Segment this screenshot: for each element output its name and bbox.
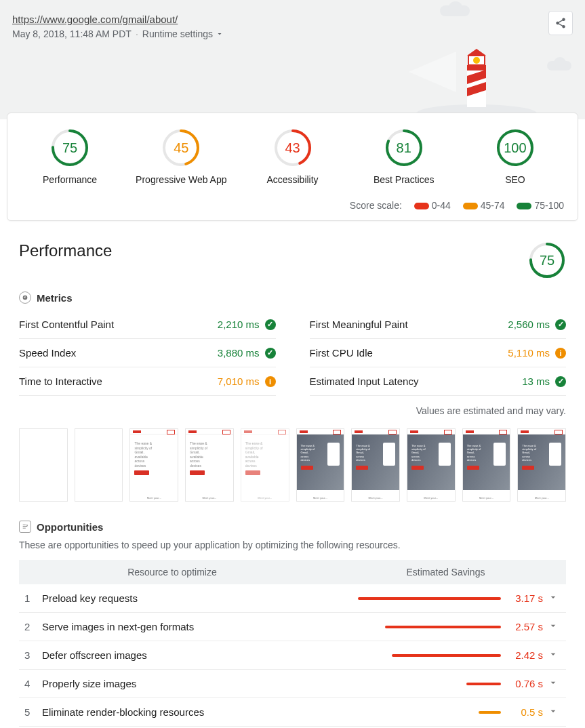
score-item[interactable]: 100SEO bbox=[460, 128, 571, 185]
score-gauge: 81 bbox=[384, 128, 424, 167]
metric-row: Estimated Input Latency 13 ms ✓ bbox=[310, 367, 567, 396]
share-button[interactable] bbox=[548, 11, 573, 35]
col-header-savings: Estimated Savings bbox=[325, 560, 566, 584]
filmstrip-frame: The ease &simplicity ofGmail,availableac… bbox=[185, 428, 234, 502]
performance-gauge: 75 bbox=[528, 241, 566, 279]
score-item[interactable]: 81Best Practices bbox=[348, 128, 460, 185]
opportunity-value: 2.57 s bbox=[501, 621, 546, 632]
score-label: SEO bbox=[460, 174, 571, 185]
lighthouse-illustration bbox=[409, 45, 544, 119]
opportunities-table-header: Resource to optimize Estimated Savings bbox=[19, 560, 566, 584]
metric-row: First CPU Idle 5,110 ms i bbox=[310, 339, 567, 367]
scale-pill-orange bbox=[463, 203, 478, 209]
svg-rect-3 bbox=[467, 65, 486, 70]
score-label: Accessibility bbox=[237, 174, 348, 185]
opportunity-row[interactable]: 3 Defer offscreen images 2.42 s bbox=[19, 641, 566, 670]
chevron-down-icon[interactable] bbox=[546, 620, 561, 633]
metric-row: First Meaningful Paint 2,560 ms ✓ bbox=[310, 310, 567, 339]
filmstrip-frame: The ease &simplicity ofGmail,acrossdevic… bbox=[296, 428, 345, 502]
metrics-note: Values are estimated and may vary. bbox=[19, 405, 566, 416]
chevron-down-icon[interactable] bbox=[546, 649, 561, 662]
metric-value: 7,010 ms bbox=[218, 376, 260, 387]
metrics-label: Metrics bbox=[37, 292, 73, 304]
metric-name: Speed Index bbox=[19, 347, 76, 359]
runtime-settings-label: Runtime settings bbox=[142, 28, 213, 39]
metric-name: Estimated Input Latency bbox=[310, 376, 419, 387]
metric-row: First Contentful Paint 2,210 ms ✓ bbox=[19, 310, 276, 339]
metric-name: First Contentful Paint bbox=[19, 319, 114, 330]
opportunity-index: 3 bbox=[24, 649, 42, 661]
opportunity-value: 0.5 s bbox=[501, 706, 546, 718]
scale-range-green: 75-100 bbox=[534, 200, 564, 211]
info-icon: i bbox=[555, 348, 566, 359]
chevron-down-icon[interactable] bbox=[546, 706, 561, 719]
performance-section: Performance 75 Metrics First Contentful … bbox=[0, 228, 585, 728]
metric-value: 13 ms bbox=[522, 376, 550, 387]
score-label: Best Practices bbox=[348, 174, 460, 185]
opportunities-icon bbox=[19, 521, 31, 533]
metric-name: First Meaningful Paint bbox=[310, 319, 408, 330]
scale-range-orange: 45-74 bbox=[481, 200, 505, 211]
scores-summary-card: 75Performance45Progressive Web App43Acce… bbox=[7, 113, 578, 221]
audit-datetime: May 8, 2018, 11:48 AM PDT bbox=[12, 28, 132, 39]
opportunity-value: 3.17 s bbox=[501, 592, 546, 604]
report-header: https://www.google.com/gmail/about/ May … bbox=[0, 0, 585, 119]
score-gauge: 75 bbox=[50, 128, 89, 167]
info-icon: i bbox=[265, 376, 276, 387]
metric-row: Speed Index 3,880 ms ✓ bbox=[19, 339, 276, 367]
filmstrip-frame: The ease &simplicity ofGmail,availableac… bbox=[241, 428, 289, 502]
score-item[interactable]: 45Progressive Web App bbox=[125, 128, 237, 185]
filmstrip-frame: The ease &simplicity ofGmail,acrossdevic… bbox=[462, 428, 511, 502]
score-label: Performance bbox=[14, 174, 125, 185]
filmstrip-frame: The ease &simplicity ofGmail,acrossdevic… bbox=[351, 428, 400, 502]
metrics-heading: Metrics bbox=[19, 291, 566, 304]
opportunity-bar bbox=[345, 683, 501, 685]
stopwatch-icon bbox=[19, 291, 31, 304]
opportunities-heading: Opportunities bbox=[19, 521, 566, 533]
opportunity-row[interactable]: 5 Eliminate render-blocking resources 0.… bbox=[19, 698, 566, 727]
col-header-resource: Resource to optimize bbox=[19, 560, 325, 584]
opportunity-value: 2.42 s bbox=[501, 649, 546, 661]
chevron-down-icon[interactable] bbox=[546, 592, 561, 605]
score-item[interactable]: 43Accessibility bbox=[237, 128, 348, 185]
audited-url[interactable]: https://www.google.com/gmail/about/ bbox=[12, 14, 178, 25]
score-gauge: 100 bbox=[496, 128, 535, 167]
score-scale-legend: Score scale: 0-44 45-74 75-100 bbox=[7, 193, 578, 220]
check-icon: ✓ bbox=[265, 319, 276, 330]
metric-value: 2,210 ms bbox=[218, 319, 260, 330]
opportunities-label: Opportunities bbox=[37, 521, 103, 533]
opportunity-row[interactable]: 4 Properly size images 0.76 s bbox=[19, 670, 566, 698]
opportunity-row[interactable]: 1 Preload key requests 3.17 s bbox=[19, 584, 566, 613]
score-item[interactable]: 75Performance bbox=[14, 128, 125, 185]
opportunity-index: 5 bbox=[24, 706, 42, 718]
filmstrip-frame: The ease &simplicity ofGmail,availableac… bbox=[129, 428, 178, 502]
cloud-decoration bbox=[554, 57, 566, 69]
opportunity-bar bbox=[345, 597, 501, 600]
performance-title: Performance bbox=[19, 241, 112, 260]
metric-value: 3,880 ms bbox=[218, 347, 260, 359]
opportunity-index: 1 bbox=[24, 592, 42, 604]
metric-value: 5,110 ms bbox=[508, 347, 550, 359]
chevron-down-icon[interactable] bbox=[546, 677, 561, 690]
scale-label: Score scale: bbox=[350, 200, 402, 211]
score-gauge: 43 bbox=[273, 128, 312, 167]
check-icon: ✓ bbox=[555, 319, 566, 330]
svg-point-7 bbox=[473, 57, 480, 64]
cloud-decoration bbox=[448, 1, 463, 16]
runtime-settings-toggle[interactable]: Runtime settings bbox=[142, 28, 224, 39]
opportunity-bar bbox=[345, 711, 501, 714]
opportunity-name: Properly size images bbox=[42, 678, 345, 689]
share-icon bbox=[554, 17, 567, 29]
metric-name: First CPU Idle bbox=[310, 347, 373, 359]
opportunity-row[interactable]: 2 Serve images in next-gen formats 2.57 … bbox=[19, 613, 566, 641]
check-icon: ✓ bbox=[555, 376, 566, 387]
opportunities-description: These are opportunities to speed up your… bbox=[19, 540, 566, 550]
scale-range-red: 0-44 bbox=[432, 200, 451, 211]
metric-row: Time to Interactive 7,010 ms i bbox=[19, 367, 276, 396]
scale-pill-green bbox=[517, 203, 531, 209]
opportunity-index: 4 bbox=[24, 678, 42, 689]
filmstrip-frame: The ease &simplicity ofGmail,acrossdevic… bbox=[517, 428, 566, 502]
check-icon: ✓ bbox=[265, 348, 276, 359]
filmstrip-frame bbox=[19, 428, 68, 502]
svg-marker-8 bbox=[467, 49, 486, 56]
